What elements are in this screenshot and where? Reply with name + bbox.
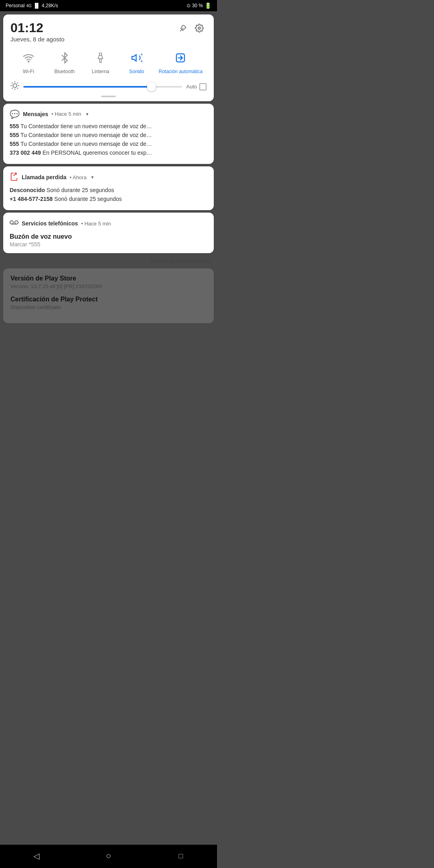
drag-handle [10, 96, 207, 97]
svg-line-14 [14, 173, 16, 175]
battery-icon: 🔋 [205, 2, 211, 9]
play-store-version-item[interactable]: Versión de Play Store Versión: 13.7.15-a… [10, 275, 207, 289]
brightness-auto: Auto [186, 83, 207, 90]
toggle-wifi[interactable]: Wi-Fi [14, 49, 43, 74]
auto-label: Auto [186, 84, 197, 90]
qs-date: Jueves, 8 de agosto [10, 36, 64, 43]
llamada-app-icon [10, 172, 18, 183]
battery-text: 30 % [192, 3, 203, 8]
bluetooth-icon [56, 49, 74, 67]
sound-icon [128, 49, 145, 67]
manage-notifications-row: Gestionar notificaciones [0, 256, 217, 268]
mensajes-expand-icon[interactable]: ▾ [86, 111, 88, 117]
status-bar: Personal 4G ▐▌ 4,28K/s ⊙ 30 % 🔋 [0, 0, 217, 11]
voicemail-app-name: Servicios telefónicos [22, 220, 78, 227]
notif-mensajes-header: 💬 Mensajes • Hace 5 min ▾ [10, 109, 207, 119]
network-type: 4G [26, 4, 31, 8]
signal-icon: ▐▌ [33, 3, 40, 8]
qs-header: 01:12 Jueves, 8 de agosto [10, 21, 207, 43]
settings-button[interactable] [192, 21, 207, 35]
notification-mensajes[interactable]: 💬 Mensajes • Hace 5 min ▾ 555 Tu Contest… [3, 104, 214, 164]
auto-checkbox[interactable] [199, 83, 207, 90]
mensajes-app-name: Mensajes [23, 111, 48, 117]
llamada-app-name: Llamada perdida [22, 174, 66, 180]
play-store-version-title: Versión de Play Store [10, 275, 207, 282]
wifi-icon [20, 49, 37, 67]
llamada-expand-icon[interactable]: ▾ [91, 174, 94, 180]
svg-point-1 [28, 61, 29, 62]
toggle-flashlight[interactable]: Linterna [86, 49, 115, 74]
carrier-text: Personal [6, 3, 25, 8]
drag-pill [101, 96, 116, 97]
brightness-thumb[interactable] [147, 82, 156, 91]
svg-line-9 [17, 88, 18, 88]
qs-datetime: 01:12 Jueves, 8 de agosto [10, 21, 64, 43]
flashlight-icon [92, 49, 109, 67]
mensajes-row-2: 555 Tu Contestador tiene un nuevo mensaj… [10, 141, 207, 147]
flashlight-label: Linterna [92, 69, 109, 74]
manage-notifications-button[interactable]: Gestionar notificaciones [151, 258, 211, 264]
svg-point-5 [13, 84, 16, 87]
toggle-sound[interactable]: Sonido [123, 49, 151, 74]
sound-label: Sonido [129, 69, 144, 74]
toggle-bluetooth[interactable]: Bluetooth [51, 49, 79, 74]
speed-text: 4,28K/s [42, 3, 58, 8]
brightness-slider[interactable] [23, 86, 182, 88]
brightness-icon [10, 81, 19, 92]
svg-rect-2 [99, 53, 102, 55]
bluetooth-label: Bluetooth [54, 69, 75, 74]
status-left: Personal 4G ▐▌ 4,28K/s [6, 3, 58, 8]
svg-point-16 [15, 221, 18, 224]
quick-settings-panel: 01:12 Jueves, 8 de agosto [3, 14, 214, 101]
notif-voicemail-header: Servicios telefónicos • Hace 5 min [10, 218, 207, 229]
wifi-label: Wi-Fi [23, 69, 34, 74]
qs-actions [176, 21, 207, 35]
voicemail-app-icon [10, 218, 18, 229]
svg-line-8 [12, 82, 12, 83]
qs-time: 01:12 [10, 21, 64, 35]
voicemail-title: Buzón de voz nuevo [10, 233, 207, 240]
voicemail-time: • Hace 5 min [81, 221, 111, 227]
play-protect-item[interactable]: Certificación de Play Protect Dispositiv… [10, 296, 207, 310]
mensajes-row-3: 373 002 449 En PERSONAL queremos conocer… [10, 149, 207, 156]
voicemail-subtitle: Marcar *555 [10, 241, 207, 248]
toggle-rotation[interactable]: Rotación automática [159, 49, 203, 74]
mensajes-row-0: 555 Tu Contestador tiene un nuevo mensaj… [10, 123, 207, 129]
play-protect-title: Certificación de Play Protect [10, 296, 207, 303]
brightness-fill [23, 86, 150, 88]
notif-llamada-header: Llamada perdida • Ahora ▾ [10, 172, 207, 183]
qs-toggles-row: Wi-Fi Bluetooth [10, 49, 207, 74]
clock-sync-icon: ⊙ [186, 3, 190, 8]
edit-button[interactable] [176, 21, 190, 35]
svg-point-15 [10, 221, 13, 224]
svg-rect-3 [100, 59, 101, 63]
rotation-icon [172, 49, 189, 67]
play-store-version-sub: Versión: 13.7.15-all [0] [PR] 234250289 [10, 283, 207, 289]
notification-llamada[interactable]: Llamada perdida • Ahora ▾ Desconocido So… [3, 166, 214, 210]
rotation-label: Rotación automática [159, 69, 203, 74]
notification-voicemail[interactable]: Servicios telefónicos • Hace 5 min Buzón… [3, 213, 214, 253]
llamada-row-0: Desconocido Sonó durante 25 segundos [10, 187, 207, 193]
llamada-row-1: +1 484-577-2158 Sonó durante 25 segundos [10, 196, 207, 202]
brightness-row: Auto [10, 81, 207, 92]
play-protect-sub: Dispositivo certificado [10, 304, 207, 310]
llamada-time: • Ahora [70, 174, 86, 180]
svg-line-13 [17, 82, 18, 83]
svg-point-0 [198, 27, 201, 29]
svg-line-12 [12, 88, 12, 88]
mensajes-app-icon: 💬 [10, 109, 20, 119]
status-right: ⊙ 30 % 🔋 [186, 2, 211, 9]
mensajes-row-1: 555 Tu Contestador tiene un nuevo mensaj… [10, 132, 207, 138]
play-store-section: Versión de Play Store Versión: 13.7.15-a… [3, 268, 214, 323]
mensajes-time: • Hace 5 min [51, 111, 81, 117]
